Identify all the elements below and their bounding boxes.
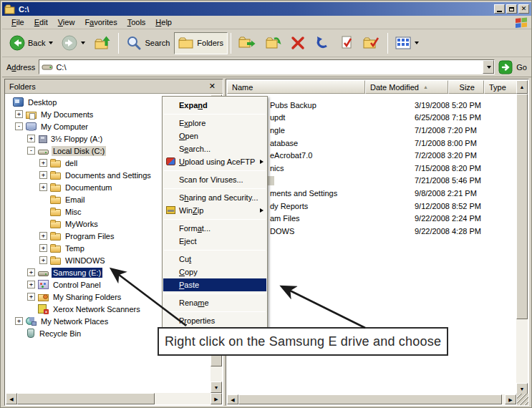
address-input[interactable]: C:\: [39, 59, 495, 74]
copy-to-button[interactable]: [260, 32, 286, 54]
back-button[interactable]: Back: [5, 32, 57, 54]
tree-expander[interactable]: +: [15, 110, 23, 118]
views-dropdown-icon[interactable]: [415, 42, 419, 44]
context-menu-item[interactable]: [164, 250, 266, 251]
delete-button[interactable]: [286, 32, 310, 54]
menu-bar-item[interactable]: View: [53, 16, 80, 28]
scrollbar-thumb[interactable]: [516, 94, 528, 319]
context-menu-item[interactable]: Properties: [163, 314, 266, 327]
go-icon[interactable]: [498, 60, 513, 74]
context-menu-item[interactable]: Eject: [163, 235, 266, 248]
toolbar-separator: [231, 33, 231, 54]
file-row[interactable]: 7/21/2008 5:46 PM: [227, 175, 516, 188]
file-name: DOWS: [270, 227, 294, 235]
file-row[interactable]: eAcrobat7.0 7/2/2008 3:20 PM: [227, 149, 516, 162]
file-row[interactable]: Pubs Backup 3/19/2008 5:20 PM: [227, 99, 516, 112]
resize-grip[interactable]: [517, 394, 528, 405]
title-bar[interactable]: C:\ ✕: [2, 2, 531, 16]
go-label[interactable]: Go: [516, 63, 527, 72]
context-menu-item[interactable]: Cut: [163, 253, 266, 266]
context-menu-item[interactable]: WinZip: [163, 204, 266, 217]
file-row[interactable]: DOWS 9/22/2008 4:28 PM: [227, 225, 516, 238]
context-menu-item[interactable]: Upload using AceFTP: [163, 155, 266, 168]
menu-bar-item[interactable]: File: [6, 16, 29, 28]
context-menu-item[interactable]: [164, 311, 266, 312]
folders-button[interactable]: Folders: [174, 32, 228, 54]
tree-expander[interactable]: +: [39, 183, 47, 191]
move-to-button[interactable]: [234, 32, 260, 54]
validate-folder-button[interactable]: [359, 32, 385, 54]
file-row[interactable]: dy Reports 9/12/2008 8:52 PM: [227, 200, 516, 213]
file-row[interactable]: ments and Settings 9/8/2008 2:21 PM: [227, 187, 516, 200]
menu-bar-item[interactable]: Edit: [29, 16, 53, 28]
column-header[interactable]: Size: [448, 80, 484, 94]
tree-expander[interactable]: +: [27, 135, 35, 142]
file-row[interactable]: updt 6/25/2008 7:15 PM: [227, 112, 516, 125]
scroll-right-icon[interactable]: ▶: [505, 394, 516, 404]
back-dropdown-icon[interactable]: [49, 42, 53, 44]
views-button[interactable]: [391, 32, 423, 54]
scrollbar-thumb[interactable]: [238, 394, 502, 404]
folders-pane-close-icon[interactable]: ✕: [206, 82, 218, 91]
context-menu-item[interactable]: [164, 219, 266, 220]
menu-bar-item[interactable]: Help: [150, 16, 177, 28]
tree-expander[interactable]: +: [39, 232, 47, 240]
context-menu-item[interactable]: Sharing and Security...: [163, 191, 266, 204]
scroll-right-icon[interactable]: ▶: [211, 393, 222, 404]
tree-expander[interactable]: +: [39, 159, 47, 167]
context-menu-item[interactable]: Expand: [163, 98, 266, 112]
tree-expander[interactable]: +: [27, 268, 35, 276]
context-menu-item[interactable]: Search...: [163, 142, 266, 155]
scroll-left-icon[interactable]: ◀: [227, 394, 238, 404]
file-date-modified: 9/8/2008 2:21 PM: [415, 189, 477, 198]
tree-item-label: My Network Places: [39, 316, 110, 326]
scroll-left-icon[interactable]: ◀: [6, 393, 17, 404]
file-name: updt: [270, 113, 285, 122]
context-menu-item[interactable]: Format...: [163, 222, 266, 235]
context-menu-item[interactable]: Copy: [163, 266, 266, 278]
file-row[interactable]: atabase 7/1/2008 8:00 PM: [227, 137, 516, 150]
context-menu-item[interactable]: Paste: [163, 278, 266, 291]
tree-expander[interactable]: +: [39, 244, 47, 252]
tree-expander[interactable]: +: [27, 281, 35, 288]
file-row[interactable]: nics 7/15/2008 8:20 PM: [227, 162, 516, 175]
tree-expander[interactable]: -: [15, 122, 23, 130]
menu-bar-item[interactable]: Favorites: [79, 16, 122, 28]
file-row[interactable]: am Files 9/22/2008 2:24 PM: [227, 212, 516, 225]
context-menu-item[interactable]: Open: [163, 130, 266, 142]
tree-expander[interactable]: +: [39, 171, 47, 179]
undo-button[interactable]: [310, 32, 336, 54]
context-menu-item[interactable]: [164, 114, 266, 115]
address-label: Address: [6, 63, 35, 72]
tree-expander[interactable]: +: [39, 256, 47, 264]
column-header[interactable]: Type: [484, 80, 518, 94]
address-dropdown-button[interactable]: [483, 60, 494, 74]
file-row[interactable]: ngle 7/1/2008 7:20 PM: [227, 124, 516, 137]
context-menu-item[interactable]: Scan for Viruses...: [163, 173, 266, 186]
scroll-up-icon[interactable]: ▲: [516, 80, 528, 94]
column-header[interactable]: Name: [227, 80, 365, 94]
context-menu-item[interactable]: [164, 293, 266, 294]
tree-expander[interactable]: -: [27, 147, 35, 155]
search-button[interactable]: Search: [122, 32, 174, 54]
column-header[interactable]: Date Modified ▲: [365, 80, 448, 94]
tree-expander[interactable]: +: [15, 317, 23, 325]
context-menu-item[interactable]: Explore: [163, 117, 266, 130]
context-menu-item[interactable]: Rename: [163, 296, 266, 309]
minimize-button[interactable]: [494, 4, 505, 14]
file-name: Pubs Backup: [270, 101, 316, 110]
validate-document-button[interactable]: [336, 32, 359, 54]
menu-bar-item[interactable]: Tools: [122, 16, 151, 28]
close-button[interactable]: ✕: [518, 4, 529, 14]
scroll-down-icon[interactable]: ▼: [211, 382, 222, 393]
context-menu-item[interactable]: [164, 170, 266, 171]
maximize-button[interactable]: [506, 4, 517, 14]
scrollbar-thumb[interactable]: [17, 393, 155, 404]
context-menu-item[interactable]: [164, 188, 266, 189]
scroll-down-icon[interactable]: ▼: [516, 383, 528, 394]
forward-button[interactable]: [57, 32, 90, 54]
up-button[interactable]: [90, 32, 115, 54]
forward-dropdown-icon[interactable]: [81, 42, 85, 44]
back-icon: [9, 35, 25, 51]
tree-expander[interactable]: +: [27, 293, 35, 301]
